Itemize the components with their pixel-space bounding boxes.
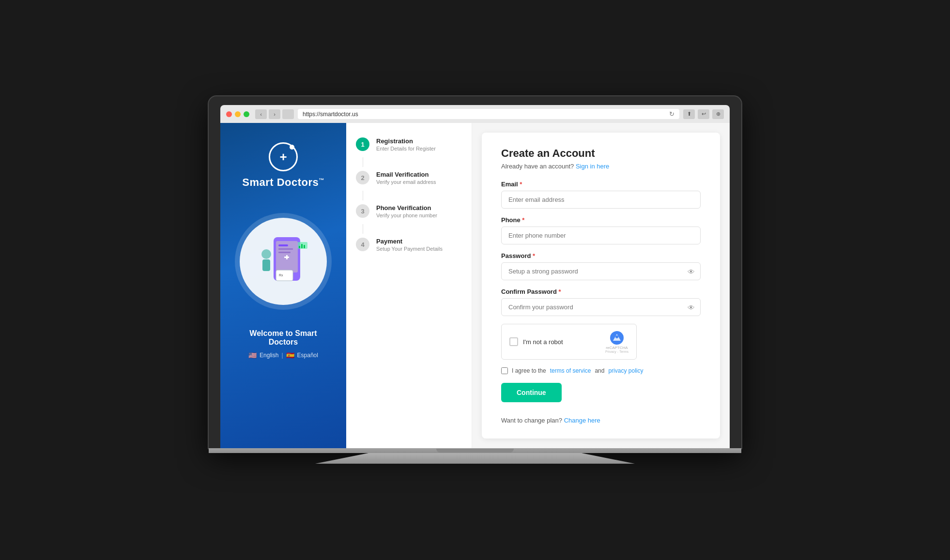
- step-3-title: Phone Verification: [376, 204, 437, 212]
- welcome-text: Welcome to Smart Doctors: [235, 329, 332, 347]
- email-field-group: Email *: [501, 181, 701, 209]
- change-plan-row: Want to change plan? Change here: [501, 417, 701, 424]
- step-2-title: Email Verification: [376, 171, 436, 178]
- reload-icon[interactable]: ↻: [669, 110, 674, 118]
- extensions-button[interactable]: ⊕: [712, 109, 724, 119]
- logo-icon: +: [269, 142, 298, 171]
- recaptcha-logo-icon: [609, 330, 625, 346]
- svg-rect-4: [278, 252, 291, 253]
- privacy-policy-link[interactable]: privacy policy: [608, 367, 643, 374]
- share-button[interactable]: ⬆: [683, 109, 695, 119]
- confirm-input-wrapper: 👁: [501, 298, 701, 316]
- browser-actions: ⬆ ↩ ⊕: [683, 109, 724, 119]
- tab-overview-button[interactable]: [282, 109, 294, 119]
- step-4-number: 4: [356, 238, 369, 251]
- recaptcha-label: I'm not a robot: [523, 338, 600, 346]
- step-1-info: Registration Enter Details for Register: [376, 137, 436, 151]
- registration-form-panel: Create an Account Already have an accoun…: [482, 133, 720, 439]
- form-title: Create an Account: [501, 147, 701, 160]
- step-3-info: Phone Verification Verify your phone num…: [376, 204, 437, 218]
- already-text: Already have an account?: [501, 163, 574, 170]
- confirm-password-label: Confirm Password *: [501, 288, 701, 295]
- url-bar[interactable]: https://smartdoctor.us ↻: [298, 109, 679, 119]
- bookmark-button[interactable]: ↩: [698, 109, 709, 119]
- svg-rect-8: [262, 259, 270, 271]
- password-required: *: [531, 252, 535, 259]
- phone-input[interactable]: [501, 227, 701, 244]
- terms-row: I agree to the terms of service and priv…: [501, 367, 701, 374]
- change-plan-link[interactable]: Change here: [564, 417, 600, 424]
- recaptcha-checkbox[interactable]: [509, 337, 518, 346]
- traffic-lights: [226, 111, 249, 117]
- change-plan-text: Want to change plan?: [501, 417, 562, 424]
- browser-bar: ‹ › https://smartdoctor.us ↻ ⬆ ↩ ⊕: [220, 105, 730, 123]
- recaptcha-brand: reCAPTCHA: [606, 346, 628, 350]
- laptop-notch: [436, 449, 514, 453]
- browser-content: + Smart Doctors™: [220, 123, 730, 448]
- svg-text:Rx: Rx: [279, 273, 283, 277]
- password-field-group: Password * 👁: [501, 252, 701, 280]
- steps-panel: 1 Registration Enter Details for Registe…: [346, 123, 472, 448]
- email-input[interactable]: [501, 191, 701, 209]
- step-divider-2: [363, 191, 363, 200]
- confirm-toggle-icon[interactable]: 👁: [688, 303, 695, 311]
- svg-point-16: [615, 335, 618, 338]
- language-selector[interactable]: 🇺🇸 English | 🇪🇸 Español: [248, 351, 318, 359]
- step-1-number: 1: [356, 137, 369, 151]
- url-text: https://smartdoctor.us: [303, 111, 358, 118]
- logo-plus-symbol: +: [279, 150, 287, 165]
- laptop-hinge: [209, 448, 741, 453]
- recaptcha-policy: Privacy - Terms: [605, 350, 628, 353]
- step-1: 1 Registration Enter Details for Registe…: [356, 137, 462, 151]
- step-divider-1: [363, 157, 363, 167]
- step-4-info: Payment Setup Your Payment Details: [376, 238, 443, 252]
- confirm-password-input[interactable]: [501, 298, 701, 316]
- step-4-subtitle: Setup Your Payment Details: [376, 246, 443, 252]
- step-4-title: Payment: [376, 238, 443, 245]
- phone-required: *: [521, 216, 525, 224]
- logo-dot: [290, 145, 294, 150]
- terms-of-service-link[interactable]: terms of service: [550, 367, 591, 374]
- laptop-stand: [209, 453, 741, 464]
- recaptcha-widget[interactable]: I'm not a robot reCAPTCHA Privacy - Term…: [501, 324, 637, 360]
- step-2-number: 2: [356, 171, 369, 184]
- continue-button[interactable]: Continue: [501, 383, 562, 402]
- back-button[interactable]: ‹: [255, 109, 267, 119]
- english-flag: 🇺🇸: [248, 351, 257, 359]
- svg-rect-14: [304, 245, 305, 248]
- password-label: Password *: [501, 252, 701, 259]
- spanish-label: Español: [297, 352, 318, 359]
- svg-rect-12: [299, 246, 300, 248]
- recaptcha-logo: reCAPTCHA Privacy - Terms: [605, 330, 628, 353]
- svg-rect-2: [278, 244, 288, 246]
- close-window-button[interactable]: [226, 111, 232, 117]
- step-2: 2 Email Verification Verify your email a…: [356, 171, 462, 185]
- signin-row: Already have an account? Sign in here: [501, 163, 701, 170]
- brand-sidebar: + Smart Doctors™: [220, 123, 346, 448]
- english-label: English: [260, 352, 278, 359]
- maximize-window-button[interactable]: [244, 111, 249, 117]
- password-input[interactable]: [501, 262, 701, 280]
- svg-rect-6: [286, 255, 288, 259]
- step-1-subtitle: Enter Details for Register: [376, 146, 436, 151]
- step-divider-3: [363, 224, 363, 234]
- terms-checkbox[interactable]: [501, 367, 508, 374]
- step-3-subtitle: Verify your phone number: [376, 212, 437, 218]
- nav-buttons: ‹ ›: [255, 109, 294, 119]
- minimize-window-button[interactable]: [235, 111, 241, 117]
- spanish-flag: 🇪🇸: [286, 351, 294, 359]
- password-input-wrapper: 👁: [501, 262, 701, 280]
- terms-and: and: [595, 367, 604, 374]
- laptop-frame: ‹ › https://smartdoctor.us ↻ ⬆ ↩ ⊕ +: [209, 96, 741, 464]
- signin-link[interactable]: Sign in here: [576, 163, 609, 170]
- illustration-circle: Rx: [240, 218, 327, 305]
- svg-point-7: [261, 249, 271, 259]
- forward-button[interactable]: ›: [269, 109, 280, 119]
- lang-separator: |: [281, 352, 283, 359]
- email-required: *: [518, 181, 522, 188]
- logo-area: + Smart Doctors™: [242, 142, 324, 189]
- step-4: 4 Payment Setup Your Payment Details: [356, 238, 462, 252]
- confirm-password-field-group: Confirm Password * 👁: [501, 288, 701, 316]
- email-label: Email *: [501, 181, 701, 188]
- password-toggle-icon[interactable]: 👁: [688, 267, 695, 275]
